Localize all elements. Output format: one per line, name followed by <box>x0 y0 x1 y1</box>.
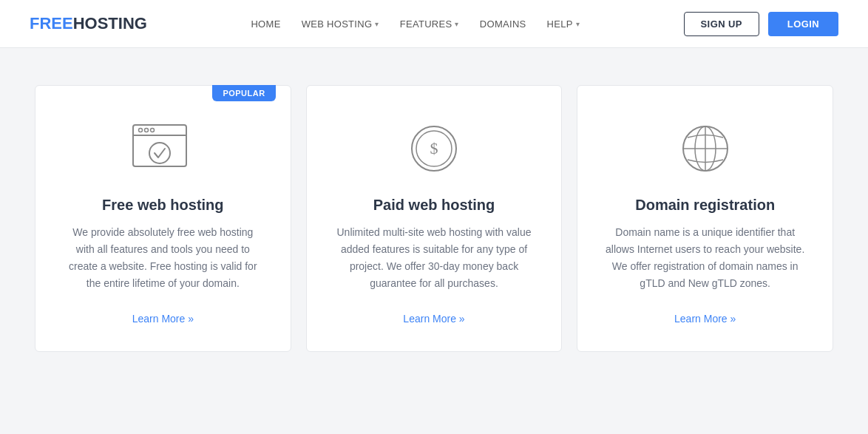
card-desc-paid-hosting: Unlimited multi-site web hosting with va… <box>333 224 535 292</box>
nav-label-web-hosting: WEB HOSTING <box>302 18 373 30</box>
nav-list: HOME WEB HOSTING ▾ FEATURES ▾ DOMAINS HE… <box>251 18 580 30</box>
svg-rect-0 <box>133 125 186 166</box>
nav-label-home: HOME <box>251 18 280 30</box>
logo-hosting: HOSTING <box>73 14 147 33</box>
learn-more-paid-hosting[interactable]: Learn More » <box>403 313 464 325</box>
learn-more-free-hosting[interactable]: Learn More » <box>132 313 194 325</box>
card-paid-hosting: $ Paid web hosting Unlimited multi-site … <box>306 85 563 352</box>
domain-registration-icon <box>665 115 746 182</box>
main-content: POPULAR Free web hosting We provide a <box>13 48 855 396</box>
nav-item-domains[interactable]: DOMAINS <box>480 18 526 30</box>
svg-point-5 <box>149 143 170 163</box>
svg-point-2 <box>139 129 143 132</box>
nav-item-web-hosting[interactable]: WEB HOSTING ▾ <box>302 18 379 30</box>
nav-label-features: FEATURES <box>400 18 452 30</box>
signup-button[interactable]: SIGN UP <box>684 12 759 36</box>
learn-more-domain[interactable]: Learn More » <box>674 313 736 325</box>
svg-point-4 <box>151 129 155 132</box>
popular-badge: POPULAR <box>212 85 275 101</box>
login-button[interactable]: LOGIN <box>768 12 838 36</box>
card-domain-registration: Domain registration Domain name is a uni… <box>577 85 833 352</box>
svg-text:$: $ <box>430 139 438 157</box>
header: FREEHOSTING HOME WEB HOSTING ▾ FEATURES … <box>0 0 868 48</box>
nav-item-help[interactable]: HELP ▾ <box>547 18 580 30</box>
paid-hosting-icon: $ <box>393 115 475 182</box>
logo-free: FREE <box>30 14 73 33</box>
nav-label-help: HELP <box>547 18 573 30</box>
card-title-free-hosting: Free web hosting <box>102 197 223 214</box>
card-desc-free-hosting: We provide absolutely free web hosting w… <box>62 224 264 292</box>
card-title-paid-hosting: Paid web hosting <box>373 197 495 214</box>
header-actions: SIGN UP LOGIN <box>684 12 838 36</box>
chevron-down-icon: ▾ <box>375 20 379 28</box>
card-title-domain: Domain registration <box>635 197 775 214</box>
chevron-down-icon: ▾ <box>576 20 580 28</box>
card-free-hosting: POPULAR Free web hosting We provide a <box>35 85 291 352</box>
nav-item-home[interactable]: HOME <box>251 18 280 30</box>
nav-item-features[interactable]: FEATURES ▾ <box>400 18 459 30</box>
free-hosting-icon <box>122 115 203 182</box>
chevron-down-icon: ▾ <box>455 20 458 28</box>
main-nav: HOME WEB HOSTING ▾ FEATURES ▾ DOMAINS HE… <box>251 18 580 30</box>
logo[interactable]: FREEHOSTING <box>30 14 147 33</box>
cards-row: POPULAR Free web hosting We provide a <box>35 85 833 352</box>
svg-point-3 <box>145 129 149 132</box>
card-desc-domain: Domain name is a unique identifier that … <box>604 224 806 292</box>
nav-label-domains: DOMAINS <box>480 18 526 30</box>
